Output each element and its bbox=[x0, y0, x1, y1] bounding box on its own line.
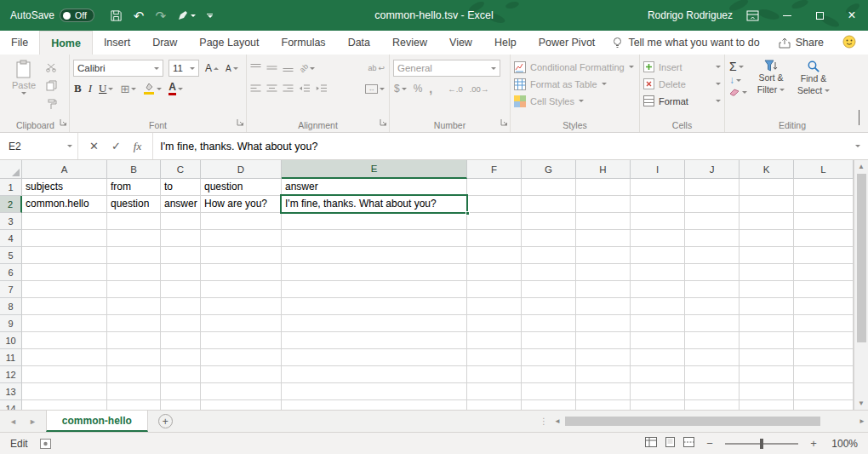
formula-input[interactable]: I'm fine, thanks. What about you? bbox=[153, 133, 848, 159]
cell-G14[interactable] bbox=[522, 400, 576, 410]
row-header-6[interactable]: 6 bbox=[0, 264, 22, 281]
cell-E13[interactable] bbox=[282, 383, 467, 400]
cell-H2[interactable] bbox=[576, 196, 631, 213]
select-all-button[interactable] bbox=[0, 160, 22, 179]
row-header-12[interactable]: 12 bbox=[0, 366, 22, 383]
cell-J1[interactable] bbox=[685, 179, 740, 196]
row-header-13[interactable]: 13 bbox=[0, 383, 22, 400]
scroll-right-icon[interactable]: ► bbox=[859, 417, 865, 425]
cell-K5[interactable] bbox=[740, 247, 794, 264]
cell-K12[interactable] bbox=[740, 366, 794, 383]
cell-H4[interactable] bbox=[576, 230, 631, 247]
cell-K3[interactable] bbox=[740, 213, 794, 230]
cell-F12[interactable] bbox=[467, 366, 522, 383]
increase-decimal-button[interactable]: ←.0 bbox=[447, 84, 463, 94]
macro-record-button[interactable] bbox=[40, 439, 51, 449]
delete-cells-button[interactable]: Delete bbox=[643, 76, 721, 92]
cell-A10[interactable] bbox=[22, 332, 107, 349]
format-painter-button[interactable] bbox=[46, 98, 58, 113]
insert-function-button[interactable]: fx bbox=[134, 140, 141, 153]
accounting-format-button[interactable]: $ bbox=[393, 83, 408, 95]
percent-style-button[interactable]: % bbox=[413, 83, 424, 95]
cell-A11[interactable] bbox=[22, 349, 107, 366]
cell-F13[interactable] bbox=[467, 383, 522, 400]
row-header-1[interactable]: 1 bbox=[0, 179, 22, 196]
clipboard-dialog-launcher[interactable] bbox=[60, 114, 67, 129]
cut-button[interactable] bbox=[46, 60, 58, 76]
user-name[interactable]: Rodrigo Rodriguez bbox=[648, 9, 733, 21]
cell-E10[interactable] bbox=[282, 332, 467, 349]
cell-B6[interactable] bbox=[107, 264, 161, 281]
cell-F2[interactable] bbox=[467, 196, 522, 213]
vertical-scrollbar[interactable]: ▲ ▼ bbox=[854, 160, 868, 410]
cell-E7[interactable] bbox=[282, 281, 467, 298]
cell-I8[interactable] bbox=[631, 298, 685, 315]
column-header-I[interactable]: I bbox=[631, 160, 685, 179]
column-header-H[interactable]: H bbox=[576, 160, 631, 179]
maximize-button[interactable] bbox=[803, 0, 836, 31]
cell-A8[interactable] bbox=[22, 298, 107, 315]
decrease-decimal-button[interactable]: .00→ bbox=[469, 84, 490, 94]
cell-J11[interactable] bbox=[685, 349, 740, 366]
cell-B10[interactable] bbox=[107, 332, 161, 349]
cell-L4[interactable] bbox=[794, 230, 854, 247]
clear-button[interactable] bbox=[728, 88, 748, 96]
cell-K11[interactable] bbox=[740, 349, 794, 366]
tab-splitter-handle[interactable]: ⋮ bbox=[540, 417, 548, 426]
cell-E4[interactable] bbox=[282, 230, 467, 247]
cell-B14[interactable] bbox=[107, 400, 161, 410]
cell-A12[interactable] bbox=[22, 366, 107, 383]
horizontal-scroll-thumb[interactable] bbox=[565, 417, 820, 426]
cell-I9[interactable] bbox=[631, 315, 685, 332]
autosave-pill[interactable]: Off bbox=[60, 9, 94, 22]
cell-I5[interactable] bbox=[631, 247, 685, 264]
cell-G8[interactable] bbox=[522, 298, 576, 315]
enter-button[interactable]: ✓ bbox=[111, 140, 121, 152]
cell-B4[interactable] bbox=[107, 230, 161, 247]
cell-J13[interactable] bbox=[685, 383, 740, 400]
cell-L2[interactable] bbox=[794, 196, 854, 213]
insert-cells-button[interactable]: Insert bbox=[643, 59, 721, 75]
cell-A13[interactable] bbox=[22, 383, 107, 400]
fill-button[interactable]: ↓ bbox=[728, 75, 748, 85]
cell-J14[interactable] bbox=[685, 400, 740, 410]
new-sheet-button[interactable]: + bbox=[158, 414, 173, 428]
cell-I2[interactable] bbox=[631, 196, 685, 213]
align-center-button[interactable] bbox=[266, 81, 277, 96]
row-header-2[interactable]: 2 bbox=[0, 196, 22, 213]
cell-G6[interactable] bbox=[522, 264, 576, 281]
column-header-C[interactable]: C bbox=[161, 160, 201, 179]
cell-C13[interactable] bbox=[161, 383, 201, 400]
cell-E14[interactable] bbox=[282, 400, 467, 410]
cell-H10[interactable] bbox=[576, 332, 631, 349]
cell-F14[interactable] bbox=[467, 400, 522, 410]
cell-C9[interactable] bbox=[161, 315, 201, 332]
cell-H13[interactable] bbox=[576, 383, 631, 400]
cell-K8[interactable] bbox=[740, 298, 794, 315]
cell-I7[interactable] bbox=[631, 281, 685, 298]
column-header-K[interactable]: K bbox=[740, 160, 794, 179]
cell-G5[interactable] bbox=[522, 247, 576, 264]
sheet-tab-common-hello[interactable]: common-hello bbox=[46, 411, 148, 432]
redo-button[interactable]: ↷ bbox=[155, 9, 166, 22]
cell-E2[interactable]: I'm fine, thanks. What about you? bbox=[282, 196, 467, 213]
cell-G2[interactable] bbox=[522, 196, 576, 213]
cell-J10[interactable] bbox=[685, 332, 740, 349]
cell-B12[interactable] bbox=[107, 366, 161, 383]
cell-G4[interactable] bbox=[522, 230, 576, 247]
column-header-D[interactable]: D bbox=[201, 160, 282, 179]
cell-C7[interactable] bbox=[161, 281, 201, 298]
cell-J3[interactable] bbox=[685, 213, 740, 230]
cell-B9[interactable] bbox=[107, 315, 161, 332]
collapse-ribbon-button[interactable] bbox=[859, 111, 859, 126]
cell-K10[interactable] bbox=[740, 332, 794, 349]
cell-L11[interactable] bbox=[794, 349, 854, 366]
cell-K4[interactable] bbox=[740, 230, 794, 247]
feedback-smiley-button[interactable] bbox=[842, 35, 856, 51]
cancel-button[interactable]: ✕ bbox=[89, 140, 99, 152]
cell-H11[interactable] bbox=[576, 349, 631, 366]
cell-J5[interactable] bbox=[685, 247, 740, 264]
cell-C6[interactable] bbox=[161, 264, 201, 281]
cell-B5[interactable] bbox=[107, 247, 161, 264]
number-dialog-launcher[interactable] bbox=[500, 114, 508, 129]
